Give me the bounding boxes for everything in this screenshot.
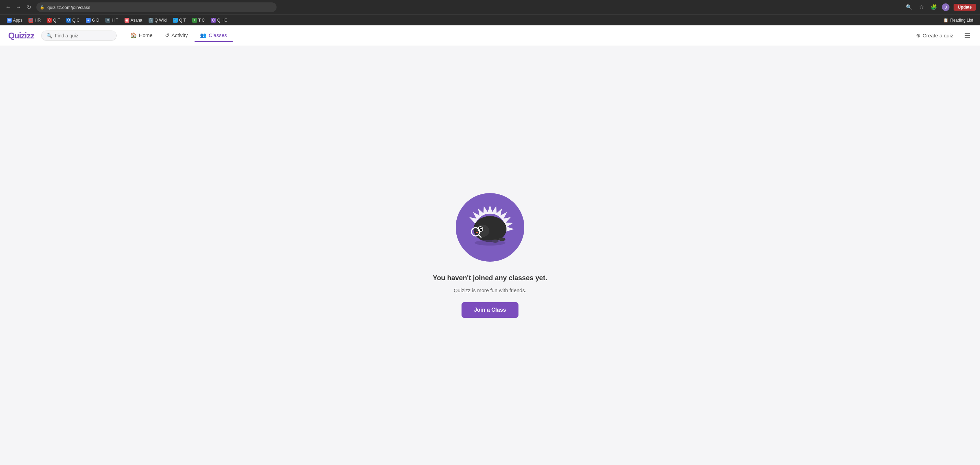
lock-icon: 🔒 bbox=[40, 5, 45, 10]
bookmark-label-gd: G D bbox=[92, 18, 99, 23]
bookmark-label-qt: Q T bbox=[179, 18, 186, 23]
reload-button[interactable]: ↻ bbox=[25, 3, 33, 11]
quizizz-logo[interactable]: Q uizizz bbox=[8, 31, 34, 40]
bookmark-label-ht: H T bbox=[111, 18, 118, 23]
bookmark-icon-apps: ⊞ bbox=[7, 18, 12, 23]
svg-point-18 bbox=[476, 232, 478, 233]
create-quiz-icon: ⊕ bbox=[916, 33, 921, 39]
bookmark-icon-qwiki: Q bbox=[149, 18, 153, 23]
update-button[interactable]: Update bbox=[954, 4, 976, 11]
browser-nav: ← → ↻ bbox=[4, 3, 33, 11]
bookmark-label-hr: HR bbox=[35, 18, 40, 23]
bookmark-asana[interactable]: ◉Asana bbox=[122, 17, 145, 24]
bookmark-ht[interactable]: ⊕H T bbox=[103, 17, 121, 24]
avatar[interactable]: U bbox=[942, 3, 950, 11]
svg-point-15 bbox=[480, 228, 482, 229]
forward-button[interactable]: → bbox=[14, 3, 23, 11]
bookmark-icon-tc: + bbox=[192, 18, 197, 23]
bookmark-icon-hr: 🌐 bbox=[29, 18, 33, 23]
reading-list-button[interactable]: 📋 Reading List bbox=[940, 17, 976, 24]
bookmark-icon-qf: Q bbox=[47, 18, 52, 23]
address-bar[interactable]: 🔒 quizizz.com/join/class bbox=[37, 2, 277, 12]
hamburger-button[interactable]: ☰ bbox=[963, 30, 972, 41]
nav-link-activity[interactable]: ↺ Activity bbox=[159, 30, 194, 42]
bookmark-label-qwiki: Q Wiki bbox=[155, 18, 167, 23]
nav-right: ⊕ Create a quiz ☰ bbox=[912, 30, 972, 41]
classes-icon: 👥 bbox=[200, 32, 207, 38]
main-content: You haven't joined any classes yet. Quiz… bbox=[0, 46, 980, 465]
hedgehog-illustration bbox=[456, 193, 524, 262]
nav-links: 🏠 Home ↺ Activity 👥 Classes bbox=[125, 30, 233, 42]
bookmark-qc[interactable]: QQ C bbox=[64, 17, 82, 24]
bookmark-qf[interactable]: QQ F bbox=[44, 17, 63, 24]
bookmark-star-button[interactable]: ☆ bbox=[917, 3, 926, 11]
home-label: Home bbox=[139, 32, 153, 38]
nav-link-home[interactable]: 🏠 Home bbox=[125, 30, 158, 42]
empty-state: You haven't joined any classes yet. Quiz… bbox=[433, 193, 547, 318]
extensions-button[interactable]: 🧩 bbox=[929, 3, 938, 11]
url-text: quizizz.com/join/class bbox=[47, 5, 90, 10]
bookmark-apps[interactable]: ⊞Apps bbox=[4, 17, 25, 24]
browser-actions: 🔍 ☆ 🧩 U Update bbox=[905, 3, 976, 11]
bookmark-label-tc: T C bbox=[198, 18, 205, 23]
bookmark-qhc[interactable]: QQ HC bbox=[208, 17, 230, 24]
bookmark-icon-gd: ▲ bbox=[86, 18, 91, 23]
bookmark-label-qf: Q F bbox=[53, 18, 60, 23]
svg-marker-2 bbox=[487, 205, 493, 214]
bookmark-label-qhc: Q HC bbox=[217, 18, 228, 23]
search-icon: 🔍 bbox=[46, 33, 52, 38]
empty-subtitle: Quizizz is more fun with friends. bbox=[453, 287, 527, 293]
bookmark-icon-ht: ⊕ bbox=[105, 18, 110, 23]
reading-list-label: Reading List bbox=[950, 18, 973, 23]
bookmark-qwiki[interactable]: QQ Wiki bbox=[146, 17, 170, 24]
classes-label: Classes bbox=[208, 32, 227, 38]
bookmark-icon-qhc: Q bbox=[211, 18, 216, 23]
bookmark-label-apps: Apps bbox=[13, 18, 22, 23]
main-nav: Q uizizz 🔍 🏠 Home ↺ Activity 👥 Classes ⊕… bbox=[0, 25, 980, 46]
bookmark-tc[interactable]: +T C bbox=[189, 17, 208, 24]
back-button[interactable]: ← bbox=[4, 3, 12, 11]
bookmark-hr[interactable]: 🌐HR bbox=[26, 17, 43, 24]
bookmark-gd[interactable]: ▲G D bbox=[83, 17, 102, 24]
bookmarks-container: ⊞Apps🌐HRQQ FQQ C▲G D⊕H T◉AsanaQQ Wiki🐦Q … bbox=[4, 17, 940, 24]
bookmark-label-asana: Asana bbox=[131, 18, 142, 23]
bookmark-icon-qc: Q bbox=[66, 18, 71, 23]
home-icon: 🏠 bbox=[130, 32, 137, 38]
bookmarks-bar: ⊞Apps🌐HRQQ FQQ C▲G D⊕H T◉AsanaQQ Wiki🐦Q … bbox=[0, 14, 980, 25]
svg-marker-8 bbox=[506, 226, 514, 232]
activity-icon: ↺ bbox=[165, 32, 170, 38]
empty-title: You haven't joined any classes yet. bbox=[433, 274, 547, 282]
join-class-button[interactable]: Join a Class bbox=[461, 302, 518, 318]
search-bar[interactable]: 🔍 bbox=[41, 30, 117, 41]
svg-point-20 bbox=[499, 238, 506, 241]
create-quiz-button[interactable]: ⊕ Create a quiz bbox=[912, 30, 957, 41]
activity-label: Activity bbox=[172, 32, 188, 38]
logo-q: Q bbox=[8, 31, 14, 40]
browser-chrome: ← → ↻ 🔒 quizizz.com/join/class 🔍 ☆ 🧩 U U… bbox=[0, 0, 980, 14]
search-input[interactable] bbox=[55, 33, 111, 38]
search-browser-button[interactable]: 🔍 bbox=[905, 3, 913, 11]
logo-text: uizizz bbox=[14, 31, 34, 40]
bookmark-icon-qt: 🐦 bbox=[173, 18, 178, 23]
nav-link-classes[interactable]: 👥 Classes bbox=[194, 30, 232, 42]
create-quiz-label: Create a quiz bbox=[923, 33, 953, 38]
bookmark-label-qc: Q C bbox=[72, 18, 80, 23]
bookmark-icon-asana: ◉ bbox=[124, 18, 129, 23]
bookmark-qt[interactable]: 🐦Q T bbox=[170, 17, 189, 24]
svg-point-21 bbox=[474, 240, 506, 246]
reading-list-icon: 📋 bbox=[943, 18, 948, 23]
